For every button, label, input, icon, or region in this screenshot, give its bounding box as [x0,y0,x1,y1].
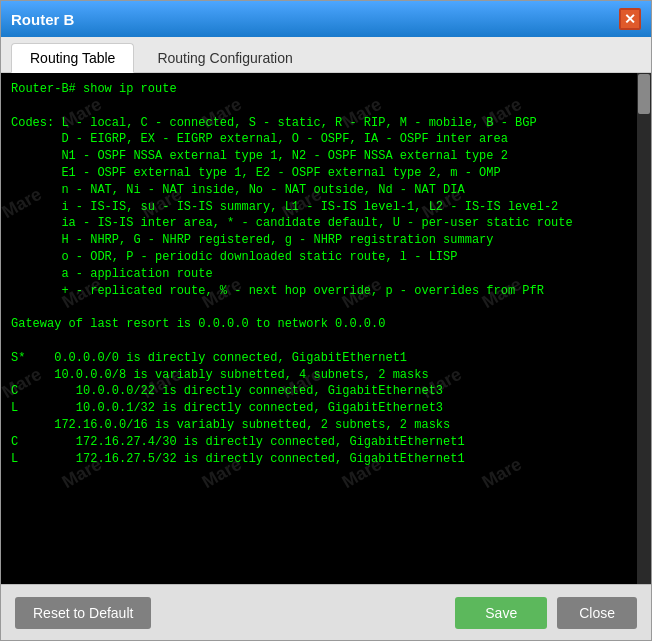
scrollbar-thumb[interactable] [638,74,650,114]
terminal-output: Router-B# show ip route Codes: L - local… [1,73,637,584]
tab-routing-configuration[interactable]: Routing Configuration [138,43,311,72]
window-title: Router B [11,11,74,28]
scrollbar[interactable] [637,73,651,584]
footer-bar: Reset to Default Save Close [1,584,651,640]
reset-to-default-button[interactable]: Reset to Default [15,597,151,629]
save-button[interactable]: Save [455,597,547,629]
terminal-area: Router-B# show ip route Codes: L - local… [1,73,651,584]
close-button[interactable]: Close [557,597,637,629]
router-b-window: Router B ✕ Routing Table Routing Configu… [0,0,652,641]
tab-routing-table[interactable]: Routing Table [11,43,134,73]
window-close-button[interactable]: ✕ [619,8,641,30]
scrollbar-track[interactable] [637,73,651,584]
tab-bar: Routing Table Routing Configuration [1,37,651,73]
titlebar: Router B ✕ [1,1,651,37]
